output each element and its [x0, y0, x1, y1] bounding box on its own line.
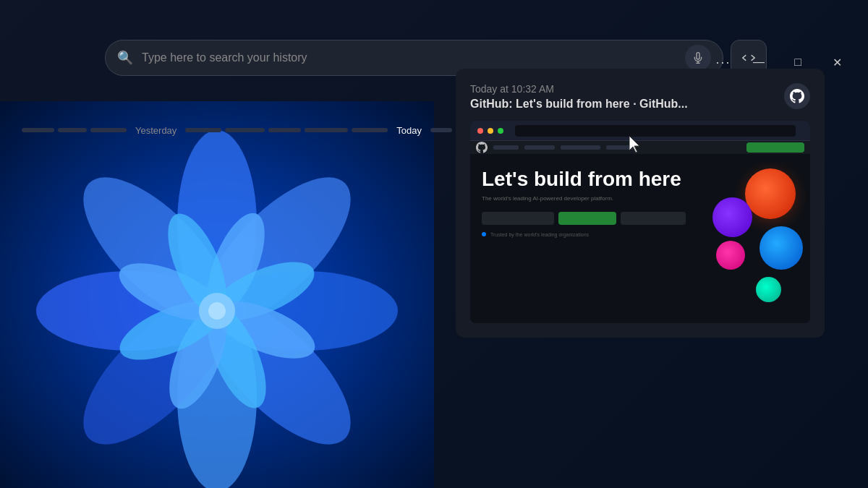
- browser-dot-close: [477, 128, 483, 134]
- card-info: Today at 10:32 AM GitHub: Let's build fr…: [470, 83, 688, 111]
- orb-container: [680, 154, 810, 244]
- timeline-segment: [22, 128, 54, 132]
- timeline-segment: [268, 128, 301, 132]
- timeline-segment: [305, 128, 348, 132]
- timeline-segment: [58, 128, 87, 132]
- search-icon: 🔍: [117, 50, 133, 66]
- orb-purple: [712, 197, 752, 237]
- orb-red: [745, 168, 796, 219]
- svg-point-19: [208, 302, 226, 320]
- browser-dot-min: [488, 128, 493, 134]
- orb-blue: [760, 226, 803, 270]
- close-button[interactable]: ✕: [820, 51, 854, 73]
- github-card[interactable]: Today at 10:32 AM GitHub: Let's build fr…: [456, 69, 825, 338]
- orb-pink: [716, 241, 745, 270]
- card-header: Today at 10:32 AM GitHub: Let's build fr…: [470, 83, 810, 111]
- yesterday-label: Yesterday: [135, 125, 176, 136]
- github-logo: [784, 83, 810, 109]
- wallpaper-area: [0, 101, 434, 488]
- gh-hero: Let's build from here The world's leadin…: [470, 154, 810, 244]
- gh-email-input: [482, 212, 554, 225]
- gh-navbar: [470, 141, 810, 154]
- timeline-segment: [90, 128, 127, 132]
- timeline-segment: [352, 128, 388, 132]
- mic-button[interactable]: [685, 45, 711, 71]
- orb-teal: [756, 277, 781, 302]
- gh-signup-btn: [558, 212, 616, 225]
- card-title: GitHub: Let's build from here · GitHub..…: [470, 98, 688, 111]
- nav-item: [524, 145, 555, 150]
- timeline-segments-middle: [185, 128, 388, 132]
- nav-item: [561, 145, 600, 150]
- gh-trusted-dot: [482, 232, 486, 236]
- browser-content: Let's build from here The world's leadin…: [470, 141, 810, 323]
- card-timestamp: Today at 10:32 AM: [470, 83, 688, 95]
- browser-chrome: [470, 121, 810, 141]
- gh-enterprise-btn: [621, 212, 686, 225]
- nav-signin: [746, 142, 804, 153]
- timeline-segment: [430, 128, 452, 132]
- screenshot-preview: Let's build from here The world's leadin…: [470, 121, 810, 323]
- today-label: Today: [396, 125, 422, 136]
- nav-item: [606, 145, 634, 150]
- search-placeholder: Type here to search your history: [142, 51, 676, 64]
- browser-dot-max: [498, 128, 503, 134]
- nav-item: [493, 145, 519, 150]
- gh-trusted-label: Trusted by the world's leading organizat…: [490, 232, 589, 237]
- timeline-segment: [185, 128, 221, 132]
- timeline-segments-past: [22, 128, 127, 132]
- timeline-segment: [225, 128, 265, 132]
- browser-url-bar: [515, 125, 796, 137]
